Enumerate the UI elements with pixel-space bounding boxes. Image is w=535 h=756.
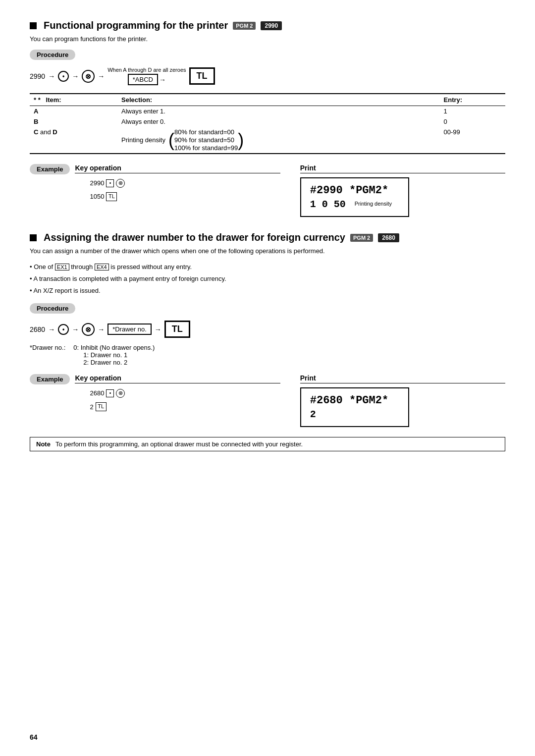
drawer-note-2: 2: Drawer no. 2 — [73, 359, 155, 366]
entry-table-1: * Item: Selection: Entry: A Always enter… — [30, 93, 505, 154]
section2-title: Assigning the drawer number to the drawe… — [30, 232, 505, 243]
example-label-1: Example — [30, 164, 70, 174]
print-box-2: #2680 *PGM2* 2 — [300, 387, 409, 427]
key-dot-2: • — [106, 389, 114, 397]
entry-a: 1 — [440, 106, 505, 117]
procedure-label-2: Procedure — [30, 303, 75, 314]
bullet-1: • One of EX1 through EX4 is pressed with… — [30, 262, 505, 272]
bullets-section2: • One of EX1 through EX4 is pressed with… — [30, 262, 505, 296]
item-cd: C and D — [30, 127, 117, 154]
key-op-content-2: 2680 • ⊗ 2 TL — [75, 387, 280, 413]
flow1-tl: TL — [189, 67, 215, 85]
key-op-title-1: Key operation — [75, 164, 280, 173]
square-bullet-2 — [30, 234, 37, 241]
print-section-1: Print #2990 *PGM2* 1 0 50 Printing densi… — [300, 164, 505, 217]
print-density-1: 1 0 50 — [310, 199, 346, 210]
table-row-b: B Always enter 0. 0 — [30, 116, 505, 127]
flow2-arrow2: → — [72, 325, 79, 333]
flow1-note-above: When A through D are all zeroes — [107, 67, 186, 73]
drawer-note-label: *Drawer no.: — [30, 344, 65, 366]
print-title-2: Print — [300, 374, 505, 383]
key-op-content-1: 2990 • ⊗ 1050 TL — [75, 177, 280, 203]
key-tl-1: TL — [106, 192, 117, 201]
arrow1: → — [48, 72, 55, 80]
key-dot-1: • — [106, 179, 114, 187]
drawer-note-0: 0: Inhibit (No drawer opens.) — [73, 344, 155, 351]
print-pgm-1: #2990 *PGM2* — [310, 184, 399, 197]
section1-subtitle: You can program functions for the printe… — [30, 35, 505, 43]
flow1-abcd: *ABCD — [128, 74, 158, 85]
selection-b: Always enter 0. — [117, 116, 440, 127]
print-title-1: Print — [300, 164, 505, 173]
section2-subtitle: You can assign a number of the drawer wh… — [30, 247, 505, 255]
key-num-2: 2 — [90, 401, 93, 413]
drawer-note-items: 0: Inhibit (No drawer opens.) 1: Drawer … — [73, 344, 155, 366]
key-num-2680: 2680 — [90, 387, 104, 399]
bullet-3: • An X/Z report is issued. — [30, 285, 505, 296]
item-b: B — [30, 116, 117, 127]
note-text: To perform this programming, an optional… — [55, 440, 303, 448]
print-section-2: Print #2680 *PGM2* 2 — [300, 374, 505, 427]
key-op-section-1: Key operation 2990 • ⊗ 1050 TL — [75, 164, 280, 203]
flow2-num: 2680 — [30, 325, 45, 333]
entry-cd: 00-99 — [440, 127, 505, 154]
item-a: A — [30, 106, 117, 117]
drawer-notes: *Drawer no.: 0: Inhibit (No drawer opens… — [30, 344, 505, 366]
arrow4: → — [159, 76, 166, 84]
arrow2: → — [72, 72, 79, 80]
section2: Assigning the drawer number to the drawe… — [30, 232, 505, 451]
key-circle-1: ⊗ — [116, 179, 125, 188]
selection-cd: Printing density ( 80% for standard=00 9… — [117, 127, 440, 154]
print-density-row: 1 0 50 Printing density — [310, 197, 399, 210]
section1-title: Functional programming for the printer P… — [30, 20, 505, 31]
flow2-circle: ⊗ — [82, 323, 95, 336]
table-row-a: A Always enter 1. 1 — [30, 106, 505, 117]
flow1-dot: • — [58, 71, 69, 82]
note-box: Note To perform this programming, an opt… — [30, 437, 505, 451]
flow2-drawer: *Drawer no. — [107, 324, 152, 335]
print-pgm-2: #2680 *PGM2* — [310, 394, 399, 407]
page-number: 64 — [30, 733, 38, 741]
flow2-arrow1: → — [48, 325, 55, 333]
square-bullet — [30, 22, 37, 29]
example-label-2: Example — [30, 374, 70, 384]
flow2-arrow3: → — [98, 325, 105, 333]
flow1-num: 2990 — [30, 72, 45, 80]
key-op-section-2: Key operation 2680 • ⊗ 2 TL — [75, 374, 280, 413]
note-label: Note — [36, 440, 51, 448]
bullet-2: • A transaction is completed with a paym… — [30, 273, 505, 284]
density-label: Printing density — [355, 201, 392, 207]
section1: Functional programming for the printer P… — [30, 20, 505, 217]
procedure-label-1: Procedure — [30, 50, 75, 60]
key-op-title-2: Key operation — [75, 374, 280, 383]
flow2-dot: • — [58, 324, 69, 335]
table-header-selection: Selection: — [117, 94, 440, 106]
drawer-note-1: 1: Drawer no. 1 — [73, 351, 155, 359]
selection-a: Always enter 1. — [117, 106, 440, 117]
key-circle-2: ⊗ — [116, 389, 125, 398]
flow2-tl: TL — [164, 321, 190, 338]
print-box-1: #2990 *PGM2* 1 0 50 Printing density — [300, 177, 409, 217]
key-num-2990: 2990 — [90, 177, 104, 189]
table-header-entry: Entry: — [440, 94, 505, 106]
flow2-arrow4: → — [155, 325, 161, 333]
entry-b: 0 — [440, 116, 505, 127]
table-header-item: * Item: — [30, 94, 117, 106]
table-row-cd: C and D Printing density ( 80% for stand… — [30, 127, 505, 154]
flow1-circle: ⊗ — [82, 70, 95, 83]
key-num-1050: 1050 — [90, 191, 104, 202]
key-tl-2: TL — [96, 402, 107, 411]
print-val-2: 2 — [310, 409, 399, 420]
arrow3: → — [98, 72, 105, 80]
